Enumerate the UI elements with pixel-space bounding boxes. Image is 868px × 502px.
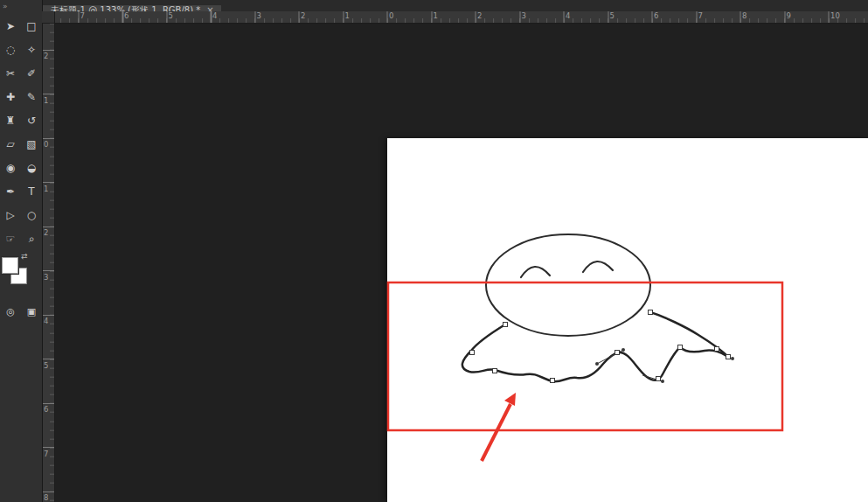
- horizontal-ruler[interactable]: 7654321012345678910: [42, 11, 868, 24]
- healing-brush-tool[interactable]: ✚: [0, 85, 21, 108]
- ruler-label: 0: [44, 140, 48, 149]
- ruler-label: 7: [80, 11, 85, 20]
- quick-selection-tool[interactable]: ✧: [21, 38, 42, 61]
- ruler-label: 5: [44, 361, 48, 370]
- marquee-tool[interactable]: □: [21, 14, 42, 38]
- toolbar-tools: ➤□◌✧✂✐✚✎♜↺▱▧◉◒✒T▷○☞⌕: [0, 14, 42, 250]
- ruler-label: 3: [44, 273, 48, 282]
- pen-tool[interactable]: ✒: [0, 179, 21, 203]
- dodge-tool[interactable]: ◒: [21, 156, 42, 179]
- ellipse-tool[interactable]: ○: [21, 203, 42, 227]
- photoshop-window: » ➤□◌✧✂✐✚✎♜↺▱▧◉◒✒T▷○☞⌕ ⇄ ◎▣ 未标题-1 @ 133%…: [0, 0, 868, 502]
- ruler-corner: [42, 11, 55, 24]
- ruler-label: 6: [44, 405, 48, 414]
- ruler-label: 1: [434, 11, 438, 20]
- quick-mask-mode-button[interactable]: ◎: [0, 301, 21, 322]
- ruler-label: 3: [257, 11, 261, 20]
- swap-colors-icon[interactable]: ⇄: [21, 252, 28, 261]
- ruler-label: 1: [345, 11, 350, 20]
- ruler-label: 6: [124, 11, 128, 20]
- type-tool[interactable]: T: [21, 179, 42, 203]
- document-canvas[interactable]: [387, 138, 868, 502]
- ruler-label: 2: [301, 11, 305, 20]
- ruler-label: 4: [212, 11, 217, 20]
- ruler-label: 0: [389, 11, 393, 20]
- blur-tool[interactable]: ◉: [0, 156, 21, 179]
- tools-panel: » ➤□◌✧✂✐✚✎♜↺▱▧◉◒✒T▷○☞⌕ ⇄ ◎▣: [0, 0, 43, 502]
- ruler-label: 5: [169, 11, 173, 20]
- lasso-tool[interactable]: ◌: [0, 38, 21, 61]
- gradient-tool[interactable]: ▧: [21, 132, 42, 156]
- eraser-tool[interactable]: ▱: [0, 132, 21, 156]
- screen-mode-button[interactable]: ▣: [21, 301, 42, 322]
- history-brush-tool[interactable]: ↺: [21, 108, 42, 132]
- ruler-label: 2: [44, 52, 48, 60]
- ruler-label: 7: [698, 11, 703, 20]
- vertical-ruler[interactable]: 21012345678: [42, 23, 55, 502]
- ruler-label: 7: [44, 450, 48, 458]
- ruler-label: 6: [654, 11, 658, 20]
- path-selection-tool[interactable]: ▷: [0, 203, 21, 227]
- ruler-label: 2: [477, 11, 482, 20]
- foreground-color-swatch[interactable]: [2, 257, 18, 274]
- ruler-label: 4: [566, 11, 570, 20]
- ruler-label: 5: [610, 11, 615, 20]
- color-swatches: ⇄: [2, 254, 31, 292]
- toolbar-collapse-button[interactable]: »: [0, 0, 42, 12]
- ruler-label: 4: [44, 317, 48, 325]
- clone-stamp-tool[interactable]: ♜: [0, 108, 21, 132]
- brush-tool[interactable]: ✎: [21, 85, 42, 108]
- toolbar-extras: ◎▣: [0, 301, 42, 322]
- ruler-label: 8: [44, 493, 48, 502]
- eyedropper-tool[interactable]: ✐: [21, 61, 42, 85]
- hand-tool[interactable]: ☞: [0, 227, 21, 250]
- crop-tool[interactable]: ✂: [0, 61, 21, 85]
- ruler-label: 1: [44, 185, 48, 193]
- ruler-label: 9: [787, 11, 791, 20]
- ruler-label: 2: [44, 228, 48, 237]
- zoom-tool[interactable]: ⌕: [21, 227, 42, 250]
- ruler-label: 10: [830, 11, 840, 20]
- ruler-label: 8: [742, 11, 746, 20]
- ruler-label: 1: [44, 96, 48, 105]
- document-tab-bar: 未标题-1 @ 133% (形状 1, RGB/8) * ×: [42, 0, 868, 11]
- move-tool[interactable]: ➤: [0, 14, 21, 38]
- ruler-label: 3: [522, 11, 526, 20]
